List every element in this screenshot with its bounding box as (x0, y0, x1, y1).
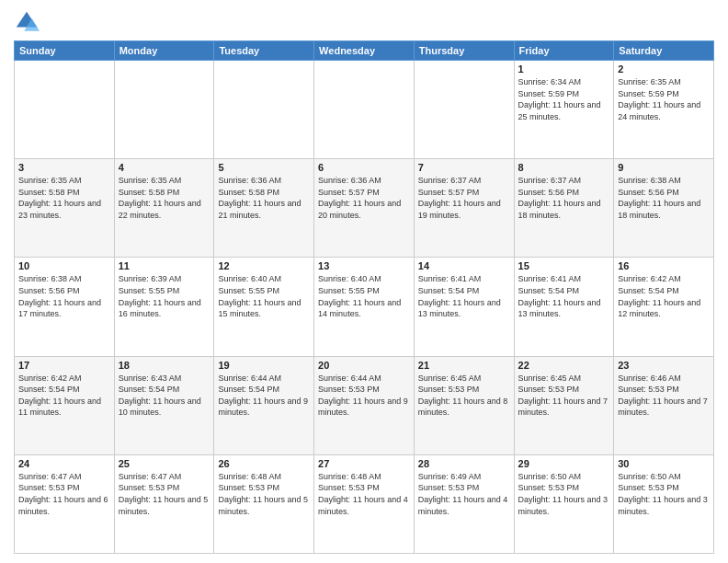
day-info: Sunrise: 6:46 AMSunset: 5:53 PMDaylight:… (618, 373, 710, 419)
day-number: 15 (518, 260, 610, 271)
calendar-cell: 25Sunrise: 6:47 AMSunset: 5:53 PMDayligh… (114, 454, 214, 553)
calendar-cell: 21Sunrise: 6:45 AMSunset: 5:53 PMDayligh… (414, 356, 514, 454)
day-info: Sunrise: 6:47 AMSunset: 5:53 PMDaylight:… (119, 471, 210, 517)
day-info: Sunrise: 6:50 AMSunset: 5:53 PMDaylight:… (518, 471, 610, 517)
day-info: Sunrise: 6:49 AMSunset: 5:53 PMDaylight:… (418, 471, 510, 517)
calendar-cell: 27Sunrise: 6:48 AMSunset: 5:53 PMDayligh… (314, 454, 415, 553)
day-number: 5 (218, 162, 310, 173)
day-info: Sunrise: 6:41 AMSunset: 5:54 PMDaylight:… (518, 273, 610, 319)
calendar-cell: 16Sunrise: 6:42 AMSunset: 5:54 PMDayligh… (614, 258, 714, 356)
day-number: 24 (18, 458, 110, 469)
calendar: SundayMondayTuesdayWednesdayThursdayFrid… (14, 40, 714, 554)
calendar-cell: 5Sunrise: 6:36 AMSunset: 5:58 PMDaylight… (214, 159, 314, 258)
day-number: 22 (518, 360, 610, 371)
calendar-cell: 11Sunrise: 6:39 AMSunset: 5:55 PMDayligh… (114, 258, 214, 356)
calendar-cell: 3Sunrise: 6:35 AMSunset: 5:58 PMDaylight… (15, 159, 115, 258)
day-info: Sunrise: 6:37 AMSunset: 5:57 PMDaylight:… (418, 175, 510, 221)
calendar-cell (15, 61, 115, 159)
day-number: 2 (618, 63, 710, 75)
day-number: 11 (119, 260, 210, 271)
header-row: SundayMondayTuesdayWednesdayThursdayFrid… (15, 41, 714, 61)
calendar-cell: 24Sunrise: 6:47 AMSunset: 5:53 PMDayligh… (15, 454, 115, 553)
calendar-cell: 23Sunrise: 6:46 AMSunset: 5:53 PMDayligh… (614, 356, 714, 454)
day-info: Sunrise: 6:45 AMSunset: 5:53 PMDaylight:… (418, 373, 510, 419)
day-info: Sunrise: 6:43 AMSunset: 5:54 PMDaylight:… (119, 373, 210, 419)
calendar-cell: 15Sunrise: 6:41 AMSunset: 5:54 PMDayligh… (514, 258, 614, 356)
day-info: Sunrise: 6:35 AMSunset: 5:59 PMDaylight:… (618, 76, 710, 122)
day-info: Sunrise: 6:42 AMSunset: 5:54 PMDaylight:… (618, 273, 710, 319)
calendar-cell: 26Sunrise: 6:48 AMSunset: 5:53 PMDayligh… (214, 454, 314, 553)
day-number: 6 (318, 162, 410, 173)
day-info: Sunrise: 6:35 AMSunset: 5:58 PMDaylight:… (18, 175, 110, 221)
day-number: 20 (318, 360, 410, 371)
calendar-cell: 10Sunrise: 6:38 AMSunset: 5:56 PMDayligh… (15, 258, 115, 356)
week-row-3: 17Sunrise: 6:42 AMSunset: 5:54 PMDayligh… (15, 356, 714, 454)
calendar-cell: 1Sunrise: 6:34 AMSunset: 5:59 PMDaylight… (514, 61, 614, 159)
day-info: Sunrise: 6:40 AMSunset: 5:55 PMDaylight:… (318, 273, 410, 319)
day-number: 25 (119, 458, 210, 469)
calendar-cell (414, 61, 514, 159)
day-number: 23 (618, 360, 710, 371)
day-info: Sunrise: 6:38 AMSunset: 5:56 PMDaylight:… (618, 175, 710, 221)
day-info: Sunrise: 6:34 AMSunset: 5:59 PMDaylight:… (518, 76, 610, 122)
calendar-cell: 29Sunrise: 6:50 AMSunset: 5:53 PMDayligh… (514, 454, 614, 553)
day-info: Sunrise: 6:48 AMSunset: 5:53 PMDaylight:… (318, 471, 410, 517)
day-number: 12 (218, 260, 310, 271)
day-number: 7 (418, 162, 510, 173)
calendar-cell: 20Sunrise: 6:44 AMSunset: 5:53 PMDayligh… (314, 356, 415, 454)
calendar-cell (214, 61, 314, 159)
day-info: Sunrise: 6:44 AMSunset: 5:54 PMDaylight:… (218, 373, 310, 419)
header (14, 9, 714, 35)
day-number: 27 (318, 458, 410, 469)
calendar-cell (314, 61, 415, 159)
day-info: Sunrise: 6:42 AMSunset: 5:54 PMDaylight:… (18, 373, 110, 419)
day-number: 1 (518, 63, 610, 75)
day-header-tuesday: Tuesday (214, 41, 314, 61)
day-number: 14 (418, 260, 510, 271)
calendar-cell: 18Sunrise: 6:43 AMSunset: 5:54 PMDayligh… (114, 356, 214, 454)
day-header-wednesday: Wednesday (314, 41, 415, 61)
day-info: Sunrise: 6:50 AMSunset: 5:53 PMDaylight:… (618, 471, 710, 517)
day-info: Sunrise: 6:48 AMSunset: 5:53 PMDaylight:… (218, 471, 310, 517)
calendar-cell: 17Sunrise: 6:42 AMSunset: 5:54 PMDayligh… (15, 356, 115, 454)
day-number: 29 (518, 458, 610, 469)
day-header-friday: Friday (514, 41, 614, 61)
day-info: Sunrise: 6:40 AMSunset: 5:55 PMDaylight:… (218, 273, 310, 319)
calendar-cell (114, 61, 214, 159)
day-info: Sunrise: 6:45 AMSunset: 5:53 PMDaylight:… (518, 373, 610, 419)
day-number: 3 (18, 162, 110, 173)
day-info: Sunrise: 6:39 AMSunset: 5:55 PMDaylight:… (119, 273, 210, 319)
day-number: 16 (618, 260, 710, 271)
day-header-sunday: Sunday (15, 41, 115, 61)
day-info: Sunrise: 6:36 AMSunset: 5:57 PMDaylight:… (318, 175, 410, 221)
calendar-cell: 19Sunrise: 6:44 AMSunset: 5:54 PMDayligh… (214, 356, 314, 454)
calendar-cell: 6Sunrise: 6:36 AMSunset: 5:57 PMDaylight… (314, 159, 415, 258)
day-info: Sunrise: 6:36 AMSunset: 5:58 PMDaylight:… (218, 175, 310, 221)
day-number: 21 (418, 360, 510, 371)
week-row-0: 1Sunrise: 6:34 AMSunset: 5:59 PMDaylight… (15, 61, 714, 159)
day-number: 19 (218, 360, 310, 371)
day-number: 18 (119, 360, 210, 371)
day-info: Sunrise: 6:38 AMSunset: 5:56 PMDaylight:… (18, 273, 110, 319)
calendar-cell: 12Sunrise: 6:40 AMSunset: 5:55 PMDayligh… (214, 258, 314, 356)
calendar-cell: 14Sunrise: 6:41 AMSunset: 5:54 PMDayligh… (414, 258, 514, 356)
calendar-cell: 7Sunrise: 6:37 AMSunset: 5:57 PMDaylight… (414, 159, 514, 258)
day-info: Sunrise: 6:37 AMSunset: 5:56 PMDaylight:… (518, 175, 610, 221)
calendar-cell: 4Sunrise: 6:35 AMSunset: 5:58 PMDaylight… (114, 159, 214, 258)
day-number: 30 (618, 458, 710, 469)
day-info: Sunrise: 6:35 AMSunset: 5:58 PMDaylight:… (119, 175, 210, 221)
logo (14, 9, 41, 35)
day-number: 9 (618, 162, 710, 173)
week-row-4: 24Sunrise: 6:47 AMSunset: 5:53 PMDayligh… (15, 454, 714, 553)
day-number: 10 (18, 260, 110, 271)
day-info: Sunrise: 6:41 AMSunset: 5:54 PMDaylight:… (418, 273, 510, 319)
day-number: 26 (218, 458, 310, 469)
day-number: 28 (418, 458, 510, 469)
day-header-thursday: Thursday (414, 41, 514, 61)
day-number: 8 (518, 162, 610, 173)
calendar-cell: 28Sunrise: 6:49 AMSunset: 5:53 PMDayligh… (414, 454, 514, 553)
day-number: 13 (318, 260, 410, 271)
day-info: Sunrise: 6:47 AMSunset: 5:53 PMDaylight:… (18, 471, 110, 517)
day-info: Sunrise: 6:44 AMSunset: 5:53 PMDaylight:… (318, 373, 410, 419)
week-row-2: 10Sunrise: 6:38 AMSunset: 5:56 PMDayligh… (15, 258, 714, 356)
